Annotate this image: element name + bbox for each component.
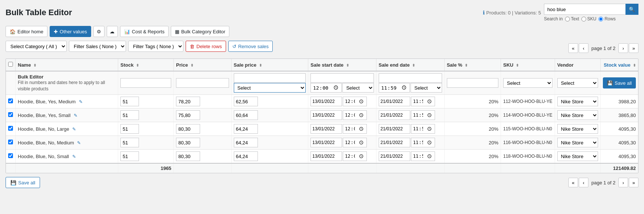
radio-rows[interactable] <box>598 17 603 21</box>
bulk-sale-pct-input[interactable] <box>447 78 498 88</box>
delete-rows-button[interactable]: 🗑 Delete rows <box>186 41 226 52</box>
row-sale-start-date-1[interactable] <box>311 110 342 120</box>
radio-text[interactable] <box>565 17 570 21</box>
row-price-0[interactable] <box>174 95 231 108</box>
row-price-input-1[interactable] <box>176 110 200 120</box>
th-price[interactable]: Price ⬍ <box>174 59 231 71</box>
row-sale-start-time-1[interactable] <box>343 110 367 120</box>
row-sale-price-input-4[interactable] <box>234 151 258 161</box>
row-sale-price-2[interactable] <box>231 122 308 136</box>
row-sale-start-date-3[interactable] <box>311 138 342 147</box>
row-stock-3[interactable] <box>118 136 174 150</box>
bulk-vendor-select[interactable]: Select <box>557 78 598 88</box>
th-name[interactable]: Name ⬍ <box>16 59 118 71</box>
settings-button[interactable]: ⚙ <box>93 26 104 37</box>
row-sale-price-3[interactable] <box>231 136 308 150</box>
row-sale-price-input-2[interactable] <box>234 124 258 134</box>
row-sale-price-4[interactable] <box>231 150 308 164</box>
row-vendor-2[interactable]: Nike Store <box>555 122 600 136</box>
row-checkbox-2[interactable] <box>8 126 13 131</box>
other-values-button[interactable]: ✚ Other values <box>50 26 91 37</box>
row-sale-price-input-3[interactable] <box>234 138 258 147</box>
row-sale-start-time-2[interactable] <box>343 124 367 134</box>
search-input[interactable] <box>544 4 625 15</box>
row-sale-end-date-4[interactable] <box>379 151 410 161</box>
row-checkbox-3[interactable] <box>8 140 13 144</box>
row-price-input-0[interactable] <box>176 97 200 106</box>
row-price-3[interactable] <box>174 136 231 150</box>
row-sale-start-time-3[interactable] <box>343 138 367 147</box>
prev-page-button[interactable]: ‹ <box>579 43 588 53</box>
row-stock-input-0[interactable] <box>120 97 139 106</box>
row-edit-icon-4[interactable]: ✎ <box>72 154 76 159</box>
row-price-input-4[interactable] <box>176 151 200 161</box>
editor-home-button[interactable]: 🏠 Editor home <box>6 26 47 37</box>
row-vendor-select-1[interactable]: Nike Store <box>557 110 598 120</box>
row-vendor-0[interactable]: Nike Store <box>555 95 600 108</box>
row-price-2[interactable] <box>174 122 231 136</box>
radio-rows-label[interactable]: Rows <box>598 16 615 21</box>
bulk-start-select[interactable]: Select <box>342 83 374 93</box>
row-stock-0[interactable] <box>118 95 174 108</box>
row-sale-price-input-1[interactable] <box>234 110 258 120</box>
upload-button[interactable]: ☁ <box>107 26 118 37</box>
bulk-sku-select[interactable]: Select <box>503 78 552 88</box>
th-stock[interactable]: Stock ⬍ <box>118 59 174 71</box>
bulk-sale-start-input[interactable] <box>311 73 374 83</box>
row-sale-start-date-0[interactable] <box>311 97 342 106</box>
bulk-category-button[interactable]: ▦ Bulk Category Editor <box>171 26 229 37</box>
row-price-4[interactable] <box>174 150 231 164</box>
row-stock-2[interactable] <box>118 122 174 136</box>
row-price-input-3[interactable] <box>176 138 200 147</box>
bulk-sale-price-input[interactable] <box>234 73 306 83</box>
bulk-price-input[interactable] <box>176 78 229 88</box>
row-sale-start-date-4[interactable] <box>311 151 342 161</box>
row-vendor-1[interactable]: Nike Store <box>555 108 600 122</box>
row-sale-price-0[interactable] <box>231 95 308 108</box>
select-all-checkbox[interactable] <box>8 62 13 67</box>
radio-text-label[interactable]: Text <box>565 16 579 21</box>
bottom-last-page-button[interactable]: » <box>629 178 638 187</box>
row-vendor-select-4[interactable]: Nike Store <box>557 151 598 161</box>
row-stock-input-2[interactable] <box>120 124 139 134</box>
row-sale-end-time-1[interactable] <box>411 110 435 120</box>
row-sale-end-time-0[interactable] <box>411 97 435 106</box>
save-all-top-button[interactable]: 💾 Save all <box>603 77 636 88</box>
row-sale-start-time-0[interactable] <box>343 97 367 106</box>
cost-reports-button[interactable]: 📊 Cost & Reports <box>120 26 169 37</box>
row-sale-end-time-4[interactable] <box>411 151 435 161</box>
category-filter[interactable]: Select Category ( All ) <box>6 41 67 52</box>
row-checkbox-4[interactable] <box>8 153 13 158</box>
save-all-bottom-button[interactable]: 💾 Save all <box>6 177 40 188</box>
row-price-input-2[interactable] <box>176 124 200 134</box>
th-sku[interactable]: SKU ⬍ <box>501 59 555 71</box>
bulk-end-time-input[interactable] <box>379 83 410 93</box>
next-page-button[interactable]: › <box>618 43 628 53</box>
row-stock-input-3[interactable] <box>120 138 139 147</box>
row-sale-start-time-4[interactable] <box>343 151 367 161</box>
row-stock-input-1[interactable] <box>120 110 139 120</box>
radio-sku[interactable] <box>581 17 586 21</box>
row-edit-icon-2[interactable]: ✎ <box>72 127 76 132</box>
row-sale-start-date-2[interactable] <box>311 124 342 134</box>
row-sale-end-time-2[interactable] <box>411 124 435 134</box>
row-stock-4[interactable] <box>118 150 174 164</box>
bottom-first-page-button[interactable]: « <box>568 178 578 187</box>
tags-filter[interactable]: Filter Tags ( None ) <box>128 41 183 52</box>
row-sale-end-date-1[interactable] <box>379 110 410 120</box>
row-vendor-select-2[interactable]: Nike Store <box>557 124 598 134</box>
row-sale-end-time-3[interactable] <box>411 138 435 147</box>
th-stock-value[interactable]: Stock value ⬍ <box>600 59 638 71</box>
row-edit-icon-1[interactable]: ✎ <box>74 113 77 118</box>
bottom-prev-page-button[interactable]: ‹ <box>579 178 588 187</box>
row-checkbox-0[interactable] <box>8 98 13 103</box>
row-vendor-select-3[interactable]: Nike Store <box>557 138 598 147</box>
bulk-sale-price-select[interactable]: Select <box>234 83 306 93</box>
row-checkbox-1[interactable] <box>8 112 13 117</box>
row-vendor-3[interactable]: Nike Store <box>555 136 600 150</box>
row-sale-price-input-0[interactable] <box>234 97 258 106</box>
row-sale-end-date-3[interactable] <box>379 138 410 147</box>
radio-sku-label[interactable]: SKU <box>581 16 597 21</box>
remove-sales-button[interactable]: ↺ Remove sales <box>228 41 273 52</box>
row-sale-end-date-0[interactable] <box>379 97 410 106</box>
